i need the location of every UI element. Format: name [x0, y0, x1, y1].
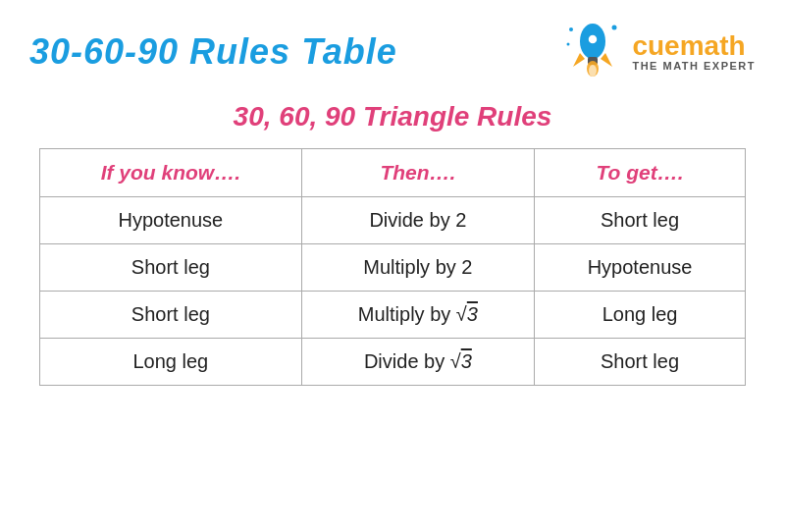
svg-point-7: [569, 27, 573, 31]
row1-col2: Divide by 2: [301, 197, 534, 244]
page: 30-60-90 Rules Table: [0, 0, 785, 532]
header: 30-60-90 Rules Table: [29, 20, 756, 83]
row1-col3: Short leg: [535, 197, 746, 244]
row4-col2: Divide by √3: [301, 339, 534, 386]
svg-marker-3: [601, 53, 612, 67]
row4-col1: Long leg: [40, 339, 302, 386]
logo-suffix: math: [680, 30, 746, 61]
logo-prefix: cue: [632, 30, 679, 61]
table-row: Hypotenuse Divide by 2 Short leg: [40, 197, 746, 244]
row3-col3: Long leg: [535, 292, 746, 339]
row2-col2: Multiply by 2: [301, 244, 534, 292]
logo-text: cuemath THE MATH EXPERT: [632, 32, 756, 72]
logo-brand: cuemath: [632, 32, 756, 60]
col-header-2: Then….: [301, 149, 534, 197]
svg-point-9: [567, 43, 570, 46]
svg-point-6: [589, 65, 597, 77]
row4-col3: Short leg: [535, 339, 746, 386]
table-row: Short leg Multiply by √3 Long leg: [40, 292, 746, 339]
row3-col1: Short leg: [40, 292, 302, 339]
row1-col1: Hypotenuse: [40, 197, 302, 244]
table-row: Long leg Divide by √3 Short leg: [40, 339, 746, 386]
table-row: Short leg Multiply by 2 Hypotenuse: [40, 244, 746, 292]
rules-table: If you know…. Then…. To get…. Hypotenuse…: [39, 148, 746, 386]
logo-tagline: THE MATH EXPERT: [632, 60, 756, 72]
row3-col2: Multiply by √3: [301, 292, 534, 339]
row2-col3: Hypotenuse: [535, 244, 746, 292]
rocket-icon: [563, 20, 622, 83]
row2-col1: Short leg: [40, 244, 302, 292]
svg-point-1: [588, 34, 598, 44]
col-header-1: If you know….: [40, 149, 302, 197]
col-header-3: To get….: [535, 149, 746, 197]
svg-point-8: [612, 26, 617, 30]
main-title: 30-60-90 Rules Table: [29, 31, 397, 73]
subtitle: 30, 60, 90 Triangle Rules: [29, 101, 756, 133]
table-header-row: If you know…. Then…. To get….: [40, 149, 746, 197]
table-wrapper: If you know…. Then…. To get…. Hypotenuse…: [29, 148, 756, 386]
svg-marker-2: [573, 53, 585, 67]
logo-area: cuemath THE MATH EXPERT: [563, 20, 756, 83]
